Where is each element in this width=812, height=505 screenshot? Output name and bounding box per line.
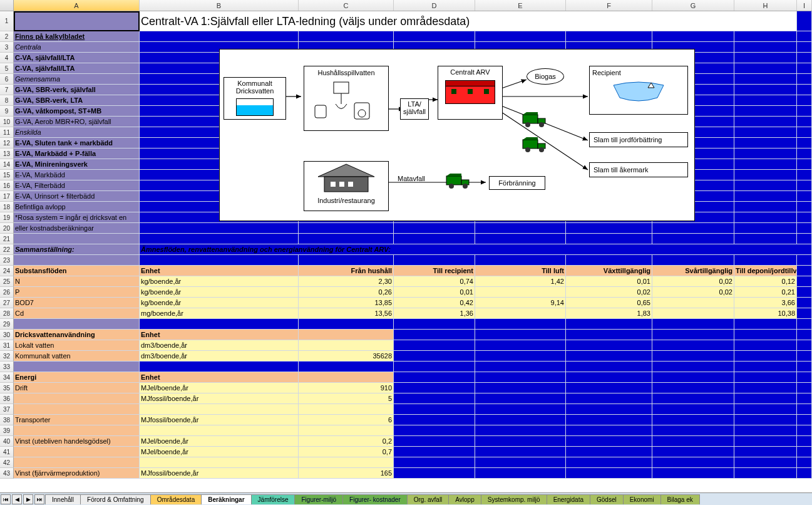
row-header[interactable]: 16 (0, 180, 14, 191)
cell[interactable]: Vinst (utebliven handelsgödsel) (14, 436, 140, 447)
cell[interactable]: Till luft (475, 266, 566, 276)
cell[interactable] (566, 468, 652, 479)
cell[interactable] (797, 404, 812, 415)
cell[interactable] (797, 330, 812, 340)
cell[interactable]: G-VA, våtkompost, ST+MB (14, 106, 140, 117)
cell[interactable]: 3,66 (734, 298, 797, 308)
cell[interactable]: MJel/boende,år (140, 436, 299, 447)
cell[interactable]: 0,02 (566, 287, 652, 298)
cell[interactable] (475, 393, 566, 404)
cell[interactable]: G-VA, SBR-verk, självfall (14, 85, 140, 95)
cell[interactable]: G-VA, Aerob MBR+RO, självfall (14, 117, 140, 127)
cell[interactable] (797, 234, 812, 244)
cell[interactable] (797, 319, 812, 330)
cell[interactable] (566, 404, 652, 415)
cell[interactable]: N (14, 276, 140, 287)
cell[interactable] (652, 351, 734, 362)
cell[interactable] (394, 340, 475, 351)
cell[interactable] (652, 436, 734, 447)
cell[interactable]: 9,14 (475, 298, 566, 308)
cell[interactable] (797, 436, 812, 447)
cell[interactable]: MJfossil/boende,år (140, 415, 299, 425)
cell[interactable] (14, 234, 140, 244)
cell[interactable] (299, 255, 394, 266)
cell[interactable] (566, 372, 652, 383)
cell[interactable] (299, 340, 394, 351)
cell[interactable] (652, 319, 734, 330)
row-header[interactable]: 29 (0, 319, 14, 330)
sheet-tab[interactable]: Org. avfall (407, 494, 450, 504)
cell[interactable] (140, 31, 299, 42)
cell[interactable] (734, 148, 797, 159)
cell[interactable] (475, 457, 566, 468)
cell[interactable]: Befintliga avlopp (14, 202, 140, 212)
cell[interactable] (797, 212, 812, 223)
cell[interactable] (797, 287, 812, 298)
cell[interactable]: 6 (299, 415, 394, 425)
cell[interactable] (734, 330, 797, 340)
cell[interactable] (299, 404, 394, 415)
cell[interactable] (797, 191, 812, 202)
cell[interactable] (652, 404, 734, 415)
cell[interactable]: 5 (299, 393, 394, 404)
cell[interactable]: 2,30 (299, 276, 394, 287)
cell[interactable]: MJel/boende,år (140, 383, 299, 393)
row-header[interactable]: 24 (0, 266, 14, 276)
cell[interactable] (140, 319, 299, 330)
row-header[interactable]: 27 (0, 298, 14, 308)
cell[interactable] (797, 340, 812, 351)
cell[interactable]: 0,02 (652, 287, 734, 298)
row-header[interactable]: 35 (0, 383, 14, 393)
cell[interactable] (475, 330, 566, 340)
row-header[interactable]: 7 (0, 85, 14, 95)
cell[interactable] (394, 468, 475, 479)
cell[interactable] (14, 447, 140, 457)
tab-nav-last[interactable]: ⏭ (34, 494, 44, 504)
cell[interactable] (734, 202, 797, 212)
cell[interactable] (797, 117, 812, 127)
cell[interactable] (394, 447, 475, 457)
cell[interactable] (566, 457, 652, 468)
cell[interactable] (394, 223, 475, 234)
cell[interactable] (394, 31, 475, 42)
row-header[interactable]: 6 (0, 74, 14, 85)
cell[interactable]: 0,02 (652, 276, 734, 287)
cell[interactable]: MJfossil/boende,år (140, 468, 299, 479)
row-header[interactable]: 11 (0, 127, 14, 138)
cell[interactable]: E-VA, Urinsort + filterbädd (14, 191, 140, 202)
cell[interactable] (797, 74, 812, 85)
cell[interactable] (734, 63, 797, 74)
cell[interactable] (475, 362, 566, 372)
cell[interactable] (652, 393, 734, 404)
cell[interactable]: Enhet (140, 372, 299, 383)
cell[interactable]: Gemensamma (14, 74, 140, 85)
cell[interactable] (797, 202, 812, 212)
sheet-tab[interactable]: Beräkningar (201, 494, 251, 504)
cell[interactable]: 0,42 (394, 298, 475, 308)
cell[interactable] (299, 31, 394, 42)
cell[interactable] (734, 159, 797, 170)
cell[interactable] (734, 340, 797, 351)
cell[interactable]: *Rosa system = ingår ej dricksvat en (14, 212, 140, 223)
row-header[interactable]: 21 (0, 234, 14, 244)
sheet-tab[interactable]: Förord & Omfattning (80, 494, 151, 504)
cell[interactable] (734, 223, 797, 234)
cell[interactable] (299, 362, 394, 372)
cell[interactable] (734, 404, 797, 415)
cell[interactable] (734, 447, 797, 457)
cell[interactable] (734, 53, 797, 63)
cell[interactable]: 0,2 (299, 436, 394, 447)
col-header-E[interactable]: E (475, 0, 566, 11)
sheet-tab[interactable]: Innehåll (45, 494, 81, 504)
cell[interactable] (14, 425, 140, 436)
cell[interactable] (140, 425, 299, 436)
cell[interactable] (566, 351, 652, 362)
cell[interactable] (394, 372, 475, 383)
sheet-tab[interactable]: Figurer- kostnader (342, 494, 408, 504)
sheet-tab[interactable]: Figurer-miljö (294, 494, 343, 504)
row-header[interactable]: 33 (0, 362, 14, 372)
cell[interactable] (797, 266, 812, 276)
cell[interactable] (734, 372, 797, 383)
cell[interactable]: 0,01 (566, 276, 652, 287)
cell[interactable] (299, 223, 394, 234)
